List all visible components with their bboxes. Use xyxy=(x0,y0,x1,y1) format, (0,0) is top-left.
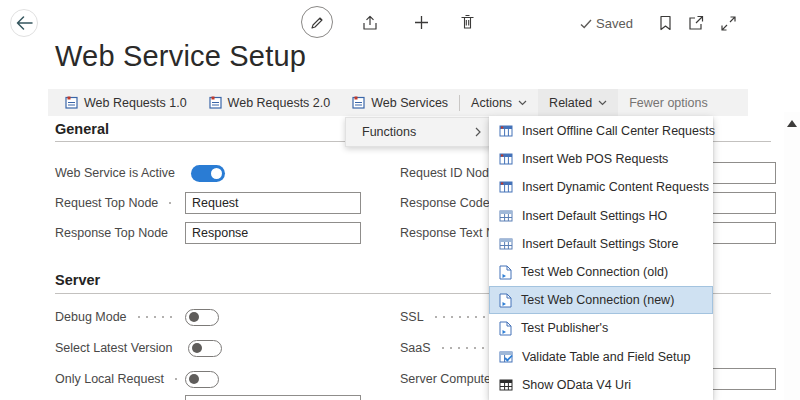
menu-item-test-web-connection-new[interactable]: Test Web Connection (new) xyxy=(489,286,713,314)
chevron-down-icon xyxy=(518,100,527,106)
table-settings-icon xyxy=(499,237,513,251)
chevron-down-icon xyxy=(598,100,607,106)
open-in-new-window-icon xyxy=(688,15,704,31)
field-debug-mode: Debug Mode xyxy=(55,306,361,328)
menu-item-functions[interactable]: Functions xyxy=(346,118,491,146)
dotted-leader xyxy=(176,231,177,235)
field-partial-bottom xyxy=(55,395,361,400)
report-icon xyxy=(352,96,365,109)
menu-item-label: Insert Default Settings Store xyxy=(522,237,678,251)
toggle-knob xyxy=(189,312,199,322)
table-check-icon xyxy=(499,350,513,364)
field-label: Request Top Node xyxy=(55,196,158,210)
back-button[interactable] xyxy=(10,9,38,37)
section-heading-general: General xyxy=(55,121,109,137)
document-run-icon xyxy=(499,265,512,280)
field-label: Only Local Request xyxy=(55,372,164,386)
field-only-local-request: Only Local Request xyxy=(55,368,361,390)
field-label: SSL xyxy=(400,310,424,324)
field-web-service-is-active: Web Service is Active xyxy=(55,162,361,184)
toggle-knob xyxy=(189,374,199,384)
table-settings-icon xyxy=(499,209,513,223)
field-label: Debug Mode xyxy=(55,310,127,324)
partial-bottom-input[interactable] xyxy=(185,395,361,400)
document-run-icon xyxy=(499,321,512,336)
tab-web-services[interactable]: Web Services xyxy=(341,89,459,116)
dotted-leader xyxy=(135,315,177,319)
menu-item-show-odata-v4-uri[interactable]: Show OData V4 Uri xyxy=(489,371,713,399)
menu-item-label: Insert Web POS Requests xyxy=(522,152,668,166)
share-icon xyxy=(362,15,379,31)
toggle-knob xyxy=(211,168,222,179)
tab-label: Web Requests 2.0 xyxy=(228,96,331,110)
menu-label: Fewer options xyxy=(629,96,708,110)
menu-item-label: Insert Dynamic Content Requests xyxy=(522,180,709,194)
menu-item-test-web-connection-old[interactable]: Test Web Connection (old) xyxy=(489,258,713,286)
edit-button[interactable] xyxy=(301,6,333,38)
report-icon xyxy=(65,96,78,109)
tab-label: Web Services xyxy=(371,96,448,110)
related-menu-button[interactable]: Related xyxy=(538,89,618,116)
tab-web-requests-2-0[interactable]: Web Requests 2.0 xyxy=(198,89,342,116)
menu-item-label: Functions xyxy=(362,125,416,139)
menu-item-label: Test Web Connection (new) xyxy=(521,293,674,307)
bookmark-button[interactable] xyxy=(656,14,674,32)
save-status: Saved xyxy=(580,16,633,31)
functions-submenu-panel: Functions xyxy=(345,117,492,147)
menu-item-test-publishers[interactable]: Test Publisher's xyxy=(489,314,713,342)
field-select-latest-version: Select Latest Version xyxy=(55,337,361,359)
menu-item-insert-default-settings-ho[interactable]: Insert Default Settings HO xyxy=(489,202,713,230)
pencil-icon xyxy=(310,15,325,30)
actions-menu-button[interactable]: Actions xyxy=(460,89,538,116)
field-label: Request ID Node xyxy=(400,166,496,180)
expand-icon xyxy=(721,16,736,31)
trash-icon xyxy=(460,14,475,30)
bookmark-icon xyxy=(659,15,672,31)
vertical-scrollbar[interactable] xyxy=(784,112,800,400)
dotted-leader xyxy=(166,201,177,205)
app-window: { "topbar": { "saved": "Saved" }, "page"… xyxy=(0,0,800,400)
field-response-top-node: Response Top Node xyxy=(55,222,361,244)
save-status-label: Saved xyxy=(596,16,633,31)
table-icon xyxy=(499,152,513,166)
section-heading-server: Server xyxy=(55,272,100,288)
document-run-icon xyxy=(499,293,512,308)
web-service-is-active-toggle[interactable] xyxy=(191,165,225,182)
tab-label: Web Requests 1.0 xyxy=(84,96,187,110)
table-icon xyxy=(499,180,513,194)
menu-item-insert-default-settings-store[interactable]: Insert Default Settings Store xyxy=(489,230,713,258)
menu-item-validate-table-and-field-setup[interactable]: Validate Table and Field Setup xyxy=(489,343,713,371)
menu-item-insert-offline-call-center-requests[interactable]: Insert Offline Call Center Requests xyxy=(489,117,713,145)
only-local-request-toggle[interactable] xyxy=(185,371,219,388)
field-label: SaaS xyxy=(400,341,431,355)
field-label: Select Latest Version xyxy=(55,341,172,355)
plus-icon xyxy=(414,15,429,30)
field-label: Web Service is Active xyxy=(55,166,175,180)
menu-item-label: Validate Table and Field Setup xyxy=(522,350,690,364)
back-arrow-icon xyxy=(16,16,33,30)
response-top-node-input[interactable] xyxy=(185,222,361,244)
table-icon xyxy=(499,124,513,138)
menu-item-insert-web-pos-requests[interactable]: Insert Web POS Requests xyxy=(489,145,713,173)
check-icon xyxy=(580,19,592,29)
new-button[interactable] xyxy=(412,13,430,31)
report-icon xyxy=(209,96,222,109)
request-top-node-input[interactable] xyxy=(185,192,361,214)
menu-item-label: Test Web Connection (old) xyxy=(521,265,668,279)
menu-label: Related xyxy=(549,96,592,110)
field-request-top-node: Request Top Node xyxy=(55,192,361,214)
share-button[interactable] xyxy=(360,14,380,32)
action-bar: Web Requests 1.0 Web Requests 2.0 Web Se… xyxy=(48,89,748,116)
debug-mode-toggle[interactable] xyxy=(185,309,219,326)
delete-button[interactable] xyxy=(458,13,476,31)
fewer-options-button[interactable]: Fewer options xyxy=(618,89,719,116)
scroll-up-arrow-icon[interactable] xyxy=(787,120,797,127)
tab-web-requests-1-0[interactable]: Web Requests 1.0 xyxy=(54,89,198,116)
menu-label: Actions xyxy=(471,96,512,110)
menu-item-label: Insert Default Settings HO xyxy=(522,209,667,223)
open-in-new-window-button[interactable] xyxy=(687,14,705,32)
select-latest-version-toggle[interactable] xyxy=(188,340,222,357)
menu-item-insert-dynamic-content-requests[interactable]: Insert Dynamic Content Requests xyxy=(489,173,713,201)
expand-button[interactable] xyxy=(719,14,737,32)
page-title: Web Service Setup xyxy=(55,40,306,73)
